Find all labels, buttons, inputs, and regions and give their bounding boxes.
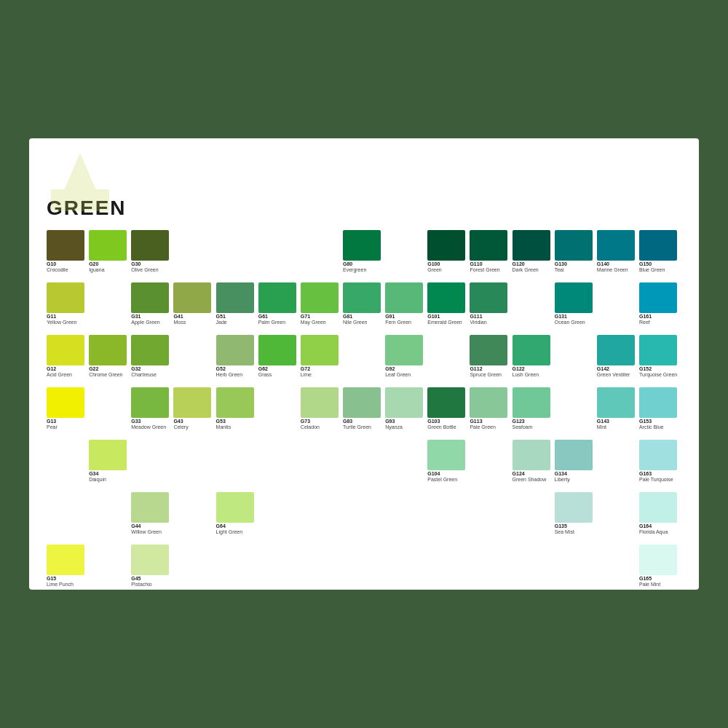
swatch-G152: G152Turquoise Green	[639, 335, 686, 379]
column-col14: G140Marine GreenG142Green VerditerG143Mi…	[597, 230, 639, 590]
swatch-code-G30: G30	[131, 261, 175, 267]
swatch-label-G13: G13Pear	[47, 419, 90, 431]
swatch-label-G130: G130Teal	[555, 261, 598, 274]
swatch-label-G61: G61Palm Green	[258, 314, 302, 326]
swatch-code-G72: G72	[301, 366, 344, 372]
swatch-color-G153	[639, 387, 677, 418]
swatch-code-G113: G113	[470, 419, 513, 424]
swatch-color-G30	[131, 230, 169, 261]
swatch-G143: G143Mint	[597, 387, 644, 431]
swatch-color-G124	[513, 440, 550, 470]
swatch-code-G83: G83	[343, 419, 387, 424]
swatch-G33: G33Meadow Green	[131, 387, 178, 431]
swatch-name-G44: Willow Green	[131, 529, 175, 535]
swatch-name-G43: Celery	[173, 424, 217, 430]
swatch-G61: G61Palm Green	[258, 282, 305, 326]
swatch-name-G12: Acid Green	[47, 372, 90, 378]
swatch-name-G100: Green	[427, 267, 471, 273]
swatch-label-G71: G71May Green	[301, 314, 344, 326]
swatch-color-G73	[301, 387, 339, 418]
swatch-G150: G150Blue Green	[639, 230, 686, 274]
swatch-label-G134: G134Liberty	[555, 471, 598, 483]
swatch-G142: G142Green Verditer	[597, 335, 644, 379]
swatch-code-G110: G110	[470, 261, 513, 267]
swatch-name-G51: Jade	[216, 320, 260, 325]
swatch-code-G124: G124	[513, 471, 556, 477]
column-col12: G120Dark GreenG122Lush GreenG123SeafoamG…	[513, 230, 555, 590]
swatch-color-G53	[216, 387, 254, 418]
swatch-label-G164: G164Florida Aqua	[639, 523, 683, 536]
swatch-name-G73: Celadon	[301, 424, 344, 430]
column-col6: G61Palm GreenG62Grass	[258, 230, 301, 590]
swatch-code-G53: G53	[216, 419, 260, 424]
swatch-color-G41	[173, 282, 211, 313]
swatch-code-G120: G120	[513, 261, 556, 267]
column-col3: G30Olive GreenG31Apple GreenG32Chartreus…	[131, 230, 173, 590]
swatch-label-G52: G52Herb Green	[216, 366, 260, 379]
swatch-label-G112: G112Spruce Green	[470, 366, 513, 379]
swatch-label-G110: G110Forest Green	[470, 261, 513, 274]
swatch-name-G113: Pale Green	[470, 424, 513, 430]
swatch-G93: G93Nyanza	[385, 387, 432, 431]
swatch-color-G103	[427, 387, 465, 418]
swatch-G131: G131Ocean Green	[555, 282, 601, 326]
swatch-code-G131: G131	[555, 314, 598, 320]
swatch-code-G150: G150	[639, 261, 683, 267]
swatch-label-G93: G93Nyanza	[385, 419, 429, 431]
swatch-name-G80: Evergreen	[343, 267, 387, 273]
swatch-color-G113	[470, 387, 507, 418]
swatch-G13: G13Pear	[47, 387, 93, 431]
swatch-label-G92: G92Leaf Green	[385, 366, 429, 379]
swatch-color-G43	[173, 387, 211, 418]
swatch-name-G64: Light Green	[216, 529, 260, 535]
swatch-label-G153: G153Arctic Blue	[639, 419, 683, 431]
swatch-label-G32: G32Chartreuse	[131, 366, 175, 379]
swatch-code-G140: G140	[597, 261, 641, 267]
swatch-code-G164: G164	[639, 523, 683, 529]
swatch-label-G53: G53Mantis	[216, 419, 260, 431]
swatch-name-G120: Dark Green	[513, 267, 556, 273]
swatch-name-G164: Florida Aqua	[639, 529, 683, 535]
swatch-label-G152: G152Turquoise Green	[639, 366, 683, 379]
swatch-G22: G22Chrome Green	[89, 335, 135, 379]
swatch-label-G33: G33Meadow Green	[131, 419, 175, 431]
swatch-color-G33	[131, 387, 169, 418]
swatch-code-G20: G20	[89, 261, 132, 267]
swatch-name-G135: Sea Mist	[555, 529, 598, 535]
swatch-color-G12	[47, 335, 84, 365]
swatch-label-G161: G161Reef	[639, 314, 683, 326]
swatch-label-G20: G20Iguana	[89, 261, 132, 274]
swatch-label-G64: G64Light Green	[216, 523, 260, 536]
swatch-color-G22	[89, 335, 127, 365]
swatch-G81: G81Nile Green	[343, 282, 389, 326]
swatch-name-G62: Grass	[258, 372, 302, 378]
swatch-color-G134	[555, 440, 593, 470]
swatch-G20: G20Iguana	[89, 230, 135, 274]
swatch-name-G161: Reef	[639, 320, 683, 325]
swatch-name-G61: Palm Green	[258, 320, 302, 325]
swatch-name-G33: Meadow Green	[131, 424, 175, 430]
swatch-G91: G91Fern Green	[385, 282, 432, 326]
swatch-code-G122: G122	[513, 366, 556, 372]
swatch-color-G80	[343, 230, 381, 261]
swatch-code-G92: G92	[385, 366, 429, 372]
swatch-G71: G71May Green	[301, 282, 347, 326]
swatch-name-G15: Lime Punch	[47, 582, 90, 587]
swatch-name-G143: Mint	[597, 424, 641, 430]
swatch-name-G112: Spruce Green	[470, 372, 513, 378]
swatch-label-G72: G72Lime	[301, 366, 344, 379]
swatch-label-G113: G113Pale Green	[470, 419, 513, 431]
watermark-logo	[36, 146, 124, 218]
swatch-code-G134: G134	[555, 471, 598, 477]
swatch-label-G135: G135Sea Mist	[555, 523, 598, 536]
swatch-name-G92: Leaf Green	[385, 372, 429, 378]
swatch-G123: G123Seafoam	[513, 387, 559, 431]
swatch-code-G62: G62	[258, 366, 302, 372]
swatch-label-G103: G103Green Bottle	[427, 419, 471, 431]
swatch-color-G161	[639, 282, 677, 313]
swatch-color-G93	[385, 387, 423, 418]
swatch-name-G32: Chartreuse	[131, 372, 175, 378]
swatch-code-G73: G73	[301, 419, 344, 424]
swatch-label-G150: G150Blue Green	[639, 261, 683, 274]
swatch-label-G124: G124Green Shadow	[513, 471, 556, 483]
